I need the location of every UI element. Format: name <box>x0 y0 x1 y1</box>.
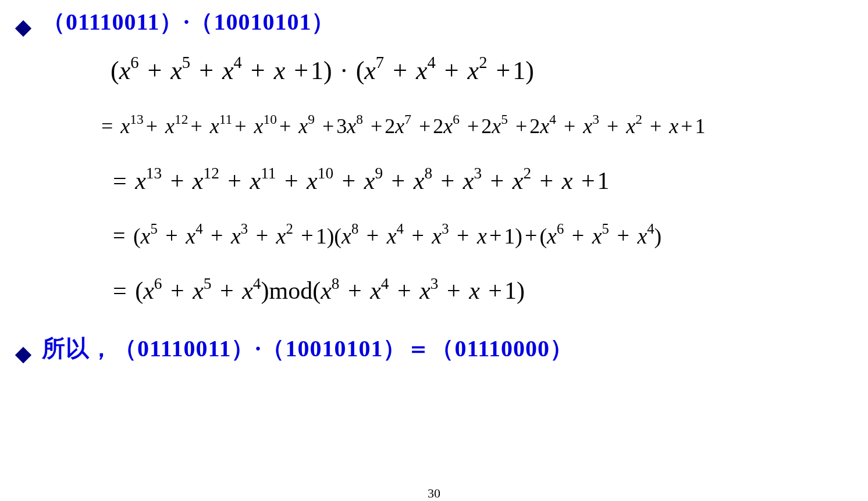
footer-result: 所以，（01110011）·（10010101）＝（01110000） <box>42 332 574 364</box>
math-line-4: = (x5 + x4 + x3 + x2 +1)(x8 + x4 + x3 + … <box>111 223 851 249</box>
math-line-5: = (x6 + x5 + x4)mod(x8 + x4 + x3 + x +1) <box>111 276 851 305</box>
diamond-icon <box>15 20 31 37</box>
header-expression: （01110011）·（10010101） <box>42 6 335 38</box>
footer-bullet: 所以，（01110011）·（10010101）＝（01110000） <box>17 332 851 364</box>
math-line-1: (x6 + x5 + x4 + x +1) · (x7 + x4 + x2 +1… <box>111 55 851 85</box>
math-line-2: = x13+ x12+ x11+ x10+ x9 +3x8 +2x7 +2x6 … <box>99 113 851 138</box>
math-line-3: = x13 + x12 + x11 + x10 + x9 + x8 + x3 +… <box>111 166 851 195</box>
page-number: 30 <box>428 486 440 501</box>
header-bullet: （01110011）·（10010101） <box>17 6 851 38</box>
slide-body: （01110011）·（10010101） (x6 + x5 + x4 + x … <box>0 0 868 501</box>
math-block: (x6 + x5 + x4 + x +1) · (x7 + x4 + x2 +1… <box>111 55 851 305</box>
diamond-icon <box>15 347 31 363</box>
